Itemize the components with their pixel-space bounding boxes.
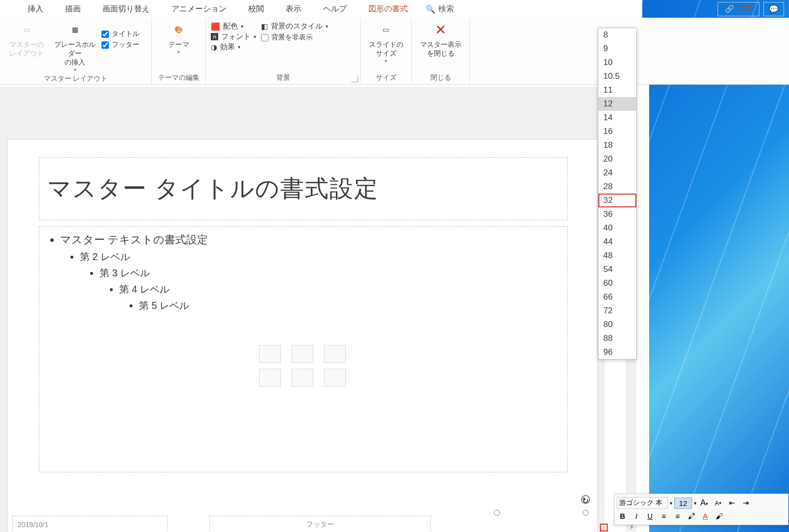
- title-checkbox[interactable]: タイトル: [101, 30, 139, 38]
- group-size-label: サイズ: [365, 71, 406, 84]
- font-size-option[interactable]: 10: [598, 56, 636, 69]
- chevron-down-icon: ▾: [238, 44, 240, 50]
- font-size-option[interactable]: 44: [598, 235, 636, 249]
- italic-button[interactable]: I: [630, 510, 642, 522]
- font-size-option[interactable]: 36: [598, 207, 636, 221]
- background-styles-dropdown[interactable]: ◧背景のスタイル ▾: [261, 22, 328, 31]
- tab-animations[interactable]: アニメーション: [161, 1, 237, 17]
- font-size-option[interactable]: 60: [598, 276, 636, 290]
- font-size-option[interactable]: 32: [598, 194, 636, 207]
- font-size-option[interactable]: 72: [598, 304, 636, 318]
- tab-insert[interactable]: 挿入: [17, 1, 54, 17]
- font-size-combo[interactable]: [674, 498, 692, 509]
- tab-help[interactable]: ヘルプ: [312, 1, 358, 17]
- font-size-option[interactable]: 48: [598, 249, 636, 263]
- dialog-launcher-icon[interactable]: [351, 75, 358, 82]
- tab-draw[interactable]: 描画: [54, 1, 92, 17]
- font-name-combo[interactable]: 游ゴシック 本: [617, 497, 668, 509]
- slide-canvas[interactable]: マスター タイトルの書式設定 マスター テキストの書式設定 第 2 レベル 第 …: [0, 87, 605, 532]
- close-icon: ✕: [430, 21, 452, 38]
- fonts-dropdown[interactable]: 🅰フォント ▾: [211, 32, 256, 41]
- insert-placeholder-button[interactable]: ▦ プレースホルダー の挿入 ▾: [53, 21, 97, 72]
- rotation-handle[interactable]: ↻: [581, 495, 590, 504]
- ribbon: ▭ マスターの レイアウト ▦ プレースホルダー の挿入 ▾ タイトル フッター…: [0, 18, 789, 85]
- smartart-icon[interactable]: [324, 345, 346, 363]
- table-icon[interactable]: [259, 345, 281, 363]
- font-size-option[interactable]: 8: [598, 28, 636, 42]
- align-center-button[interactable]: ≡: [672, 510, 684, 522]
- bg-styles-icon: ◧: [261, 22, 268, 31]
- fonts-icon: 🅰: [211, 33, 218, 41]
- font-size-option[interactable]: 18: [598, 138, 636, 152]
- body-placeholder[interactable]: マスター テキストの書式設定 第 2 レベル 第 3 レベル 第 4 レベル 第…: [39, 226, 568, 472]
- footer-checkbox[interactable]: フッター: [101, 40, 139, 49]
- group-background-label: 背景: [211, 71, 355, 84]
- font-size-option[interactable]: 54: [598, 263, 636, 276]
- font-size-option[interactable]: 96: [598, 345, 636, 359]
- chevron-down-icon: ▾: [177, 49, 180, 55]
- font-size-option[interactable]: 80: [598, 318, 636, 332]
- decrease-font-button[interactable]: A▾: [712, 497, 724, 509]
- slide-size-button[interactable]: ▭ スライドの サイズ ▾: [365, 21, 406, 64]
- hide-bg-label: 背景を非表示: [271, 33, 313, 42]
- font-size-dropdown-list[interactable]: 891010.511121416182024283236404448546066…: [598, 28, 637, 360]
- font-size-option[interactable]: 11: [598, 83, 636, 97]
- close-master-button[interactable]: ✕ マスター表示 を閉じる: [419, 21, 462, 58]
- font-size-option[interactable]: 88: [598, 332, 636, 345]
- align-left-button[interactable]: ≡: [658, 510, 670, 522]
- font-size-option[interactable]: 10.5: [598, 69, 636, 83]
- bold-button[interactable]: B: [617, 510, 628, 522]
- share-button[interactable]: 🔗 共有: [718, 2, 759, 16]
- search-icon: 🔍: [426, 4, 435, 14]
- tab-review[interactable]: 校閲: [237, 1, 275, 17]
- font-size-option[interactable]: 12: [598, 97, 636, 111]
- font-size-option[interactable]: 16: [598, 125, 636, 138]
- footer-placeholder[interactable]: フッター: [209, 516, 431, 532]
- font-size-option[interactable]: 66: [598, 290, 636, 304]
- video-icon[interactable]: [324, 369, 346, 387]
- tab-transitions[interactable]: 画面切り替え: [92, 1, 161, 17]
- font-color-button[interactable]: A: [699, 510, 711, 522]
- chevron-down-icon: ▾: [385, 58, 387, 64]
- body-level-4: 第 4 レベル: [119, 283, 559, 296]
- close-master-label: マスター表示 を閉じる: [420, 40, 461, 58]
- effects-icon: ◑: [211, 43, 217, 52]
- tab-view[interactable]: 表示: [275, 1, 312, 17]
- slide-size-label: スライドの サイズ: [369, 40, 403, 58]
- comments-button[interactable]: 💬: [763, 2, 784, 16]
- picture-icon[interactable]: [259, 369, 281, 387]
- font-size-option[interactable]: 14: [598, 111, 636, 125]
- annotation-red-box: [600, 524, 608, 532]
- increase-font-button[interactable]: A▴: [698, 497, 710, 509]
- font-size-option[interactable]: 40: [598, 221, 636, 235]
- resize-handle[interactable]: [583, 510, 589, 516]
- tell-me-search[interactable]: 🔍 検索: [426, 4, 454, 14]
- online-picture-icon[interactable]: [292, 369, 313, 387]
- font-size-option[interactable]: 20: [598, 152, 636, 166]
- hide-background-checkbox[interactable]: 背景を非表示: [261, 33, 328, 42]
- underline-button[interactable]: U: [644, 510, 656, 522]
- colors-dropdown[interactable]: 🟥配色 ▾: [211, 22, 256, 31]
- themes-icon: 🎨: [168, 21, 190, 38]
- themes-button[interactable]: 🎨 テーマ ▾: [157, 21, 200, 55]
- resize-handle[interactable]: [494, 510, 500, 516]
- master-layout-label: マスターの レイアウト: [9, 40, 44, 58]
- increase-indent-button[interactable]: ⇥: [740, 497, 752, 509]
- chart-icon[interactable]: [292, 345, 313, 363]
- tab-shape-format[interactable]: 図形の書式: [358, 1, 419, 17]
- effects-dropdown[interactable]: ◑効果 ▾: [211, 42, 256, 52]
- font-size-option[interactable]: 9: [598, 42, 636, 56]
- chevron-down-icon[interactable]: ▾: [694, 500, 696, 506]
- decrease-indent-button[interactable]: ⇤: [726, 497, 738, 509]
- search-label: 検索: [438, 4, 454, 14]
- title-placeholder[interactable]: マスター タイトルの書式設定: [39, 157, 568, 220]
- date-placeholder[interactable]: 2019/10/1: [12, 516, 168, 532]
- highlight-color-button[interactable]: 🖍: [686, 510, 697, 522]
- body-level-5: 第 5 レベル: [139, 299, 559, 312]
- share-icon: 🔗: [725, 4, 734, 13]
- format-painter-button[interactable]: 🖌: [713, 510, 725, 522]
- font-size-option[interactable]: 24: [598, 166, 636, 180]
- chevron-down-icon[interactable]: ▾: [670, 500, 672, 506]
- chevron-down-icon: ▾: [326, 24, 328, 29]
- font-size-option[interactable]: 28: [598, 180, 636, 194]
